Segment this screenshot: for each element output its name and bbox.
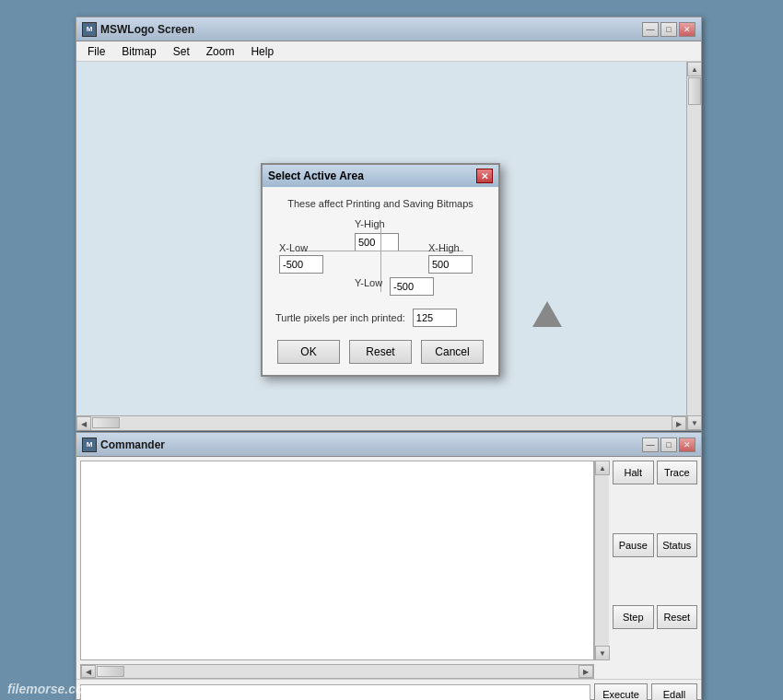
scroll-thumb-v[interactable] xyxy=(688,77,701,105)
ppi-label: Turtle pixels per inch printed: xyxy=(275,312,405,323)
dialog-buttons: OK Reset Cancel xyxy=(275,340,485,364)
menu-bitmap[interactable]: Bitmap xyxy=(114,43,163,60)
screen-titlebar-icon: M xyxy=(82,22,97,37)
commander-titlebar-icon: M xyxy=(82,438,97,452)
commander-content: ◀ ▶ ▲ ▼ Halt Trace Pause Status Step Res… xyxy=(76,457,701,679)
dialog-body: These affect Printing and Saving Bitmaps… xyxy=(263,187,498,375)
commander-output[interactable] xyxy=(80,461,594,660)
dialog-close-button[interactable]: ✕ xyxy=(476,169,493,183)
xlow-input[interactable] xyxy=(279,255,323,274)
screen-close-button[interactable]: ✕ xyxy=(679,22,695,37)
commander-titlebar: M Commander — □ ✕ xyxy=(76,433,701,457)
scroll-left-button[interactable]: ◀ xyxy=(76,416,91,430)
menu-set[interactable]: Set xyxy=(166,43,197,60)
commander-scroll-down[interactable]: ▼ xyxy=(595,646,610,660)
commander-close-button[interactable]: ✕ xyxy=(679,438,695,452)
scroll-up-button[interactable]: ▲ xyxy=(687,62,701,76)
dialog-reset-button[interactable]: Reset xyxy=(349,340,412,364)
commander-maximize-button[interactable]: □ xyxy=(660,438,677,452)
commander-bottom-bar: Execute Edall xyxy=(76,679,701,700)
scroll-right-button[interactable]: ▶ xyxy=(672,416,686,430)
screen-titlebar: M MSWLogo Screen — □ ✕ xyxy=(76,18,701,41)
commander-scroll-up[interactable]: ▲ xyxy=(595,461,610,475)
xhigh-input[interactable] xyxy=(428,255,473,274)
scroll-track-v[interactable] xyxy=(687,76,701,415)
dialog-title: Select Active Area xyxy=(268,169,473,182)
yhigh-input[interactable] xyxy=(355,233,399,251)
menu-file[interactable]: File xyxy=(80,43,112,60)
commander-window: M Commander — □ ✕ ◀ ▶ ▲ xyxy=(76,432,702,700)
screen-minimize-button[interactable]: — xyxy=(642,22,659,37)
ylow-input[interactable] xyxy=(390,277,434,296)
trace-button[interactable]: Trace xyxy=(657,461,698,484)
select-active-area-dialog: Select Active Area ✕ These affect Printi… xyxy=(261,163,500,377)
commander-button-panel: Halt Trace Pause Status Step Reset xyxy=(609,457,701,679)
xlow-label: X-Low xyxy=(279,242,308,253)
watermark: filemorse.com xyxy=(7,682,95,696)
commander-vscroll[interactable]: ▲ ▼ xyxy=(594,461,609,660)
commander-titlebar-buttons: — □ ✕ xyxy=(642,438,695,452)
screen-titlebar-buttons: — □ ✕ xyxy=(642,22,695,37)
screen-maximize-button[interactable]: □ xyxy=(660,22,677,37)
scroll-down-button[interactable]: ▼ xyxy=(687,415,701,430)
status-button[interactable]: Status xyxy=(657,533,698,557)
dialog-titlebar: Select Active Area ✕ xyxy=(263,165,498,187)
dialog-cancel-button[interactable]: Cancel xyxy=(421,340,484,364)
ppi-input[interactable] xyxy=(413,309,457,327)
dialog-ok-button[interactable]: OK xyxy=(277,340,340,364)
menu-zoom[interactable]: Zoom xyxy=(199,43,242,60)
halt-button[interactable]: Halt xyxy=(613,461,654,484)
commander-scroll-left[interactable]: ◀ xyxy=(81,665,96,678)
commander-input-field[interactable] xyxy=(80,684,590,701)
canvas-area: ▲ ▼ ◀ ▶ Select Active Area ✕ These affec… xyxy=(76,62,701,430)
canvas-scrollbar-h[interactable]: ◀ ▶ xyxy=(76,415,686,430)
commander-title: Commander xyxy=(100,438,638,451)
screen-menubar: File Bitmap Set Zoom Help xyxy=(76,41,701,62)
commander-hthumb[interactable] xyxy=(97,666,124,677)
commander-hscroll[interactable]: ◀ ▶ xyxy=(80,664,594,679)
canvas-scrollbar-v[interactable]: ▲ ▼ xyxy=(686,62,701,430)
scroll-thumb-h[interactable] xyxy=(92,417,120,428)
menu-help[interactable]: Help xyxy=(243,43,281,60)
dialog-hint: These affect Printing and Saving Bitmaps xyxy=(275,198,485,209)
execute-button[interactable]: Execute xyxy=(594,683,648,701)
commander-htrack[interactable] xyxy=(96,665,578,678)
commander-scroll-right[interactable]: ▶ xyxy=(578,665,593,678)
turtle-shape xyxy=(532,301,562,327)
commander-minimize-button[interactable]: — xyxy=(642,438,659,452)
xhigh-label: X-High xyxy=(428,242,460,253)
edall-button[interactable]: Edall xyxy=(651,683,697,701)
reset-button[interactable]: Reset xyxy=(657,605,698,629)
pause-button[interactable]: Pause xyxy=(613,533,654,557)
ylow-label: Y-Low xyxy=(355,277,382,288)
step-button[interactable]: Step xyxy=(613,605,654,629)
commander-vtrack[interactable] xyxy=(595,475,609,646)
mswlogo-screen-window: M MSWLogo Screen — □ ✕ File Bitmap Set Z… xyxy=(76,17,702,431)
screen-title: MSWLogo Screen xyxy=(100,23,638,36)
ppi-row: Turtle pixels per inch printed: xyxy=(275,309,485,327)
scroll-track-h[interactable] xyxy=(91,416,672,429)
